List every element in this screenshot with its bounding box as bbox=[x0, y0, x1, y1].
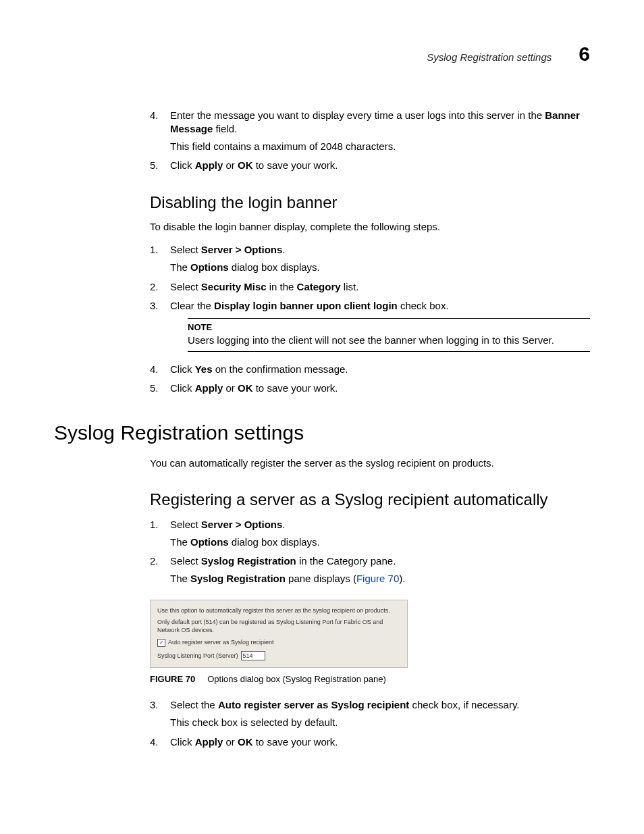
step-body: Click Apply or OK to save your work. bbox=[170, 159, 590, 172]
step-body: Click Apply or OK to save your work. bbox=[170, 735, 590, 749]
step-number: 1. bbox=[150, 243, 159, 257]
section-intro: To disable the login banner display, com… bbox=[150, 220, 590, 234]
step-sub: The Syslog Registration pane displays (F… bbox=[170, 572, 590, 585]
section-heading: Registering a server as a Syslog recipie… bbox=[150, 489, 590, 511]
running-header: Syslog Registration settings 6 bbox=[54, 41, 590, 68]
step-5: 5. Click Apply or OK to save your work. bbox=[150, 159, 590, 172]
figure-port-row: Syslog Listening Port (Server) 514 bbox=[157, 651, 400, 660]
step-4: 4. Enter the message you want to display… bbox=[150, 109, 590, 154]
note-body: Users logging into the client will not s… bbox=[188, 334, 590, 347]
figure-port-value: 514 bbox=[241, 651, 265, 660]
figure-caption: FIGURE 70 Options dialog box (Syslog Reg… bbox=[150, 673, 590, 685]
checkbox-icon: ✓ bbox=[157, 639, 165, 647]
figure-syslog-registration-pane: Use this option to automatically registe… bbox=[150, 600, 408, 668]
running-header-title: Syslog Registration settings bbox=[427, 51, 552, 64]
step-body: Enter the message you want to display ev… bbox=[170, 109, 590, 136]
continued-steps: 4. Enter the message you want to display… bbox=[150, 109, 590, 173]
syslog-step-1: 1. Select Server > Options. The Options … bbox=[150, 518, 590, 550]
figure-text-1: Use this option to automatically registe… bbox=[157, 607, 400, 615]
step-2: 2. Select Security Misc in the Category … bbox=[150, 280, 590, 294]
step-number: 4. bbox=[150, 363, 159, 376]
step-body: Select Server > Options. bbox=[170, 518, 590, 531]
section-heading: Disabling the login banner bbox=[150, 192, 590, 213]
figure-checkbox-row: ✓ Auto register server as Syslog recipie… bbox=[157, 639, 400, 647]
step-sub: This check box is selected by default. bbox=[170, 716, 590, 729]
figure-caption-text: Options dialog box (Syslog Registration … bbox=[207, 674, 385, 684]
step-number: 3. bbox=[150, 299, 159, 313]
figure-link[interactable]: Figure 70 bbox=[356, 573, 399, 584]
step-body: Select Syslog Registration in the Catego… bbox=[170, 554, 590, 568]
section-disable-login-banner: Disabling the login banner To disable th… bbox=[150, 192, 590, 396]
step-body: Select the Auto register server as Syslo… bbox=[170, 698, 590, 712]
step-number: 4. bbox=[150, 109, 159, 122]
figure-checkbox-label: Auto register server as Syslog recipient bbox=[168, 639, 274, 647]
step-sub: This field contains a maximum of 2048 ch… bbox=[170, 140, 590, 153]
syslog-step-3: 3. Select the Auto register server as Sy… bbox=[150, 698, 590, 730]
note-block: NOTE Users logging into the client will … bbox=[188, 318, 590, 352]
chapter-number: 6 bbox=[579, 41, 590, 68]
figure-text-2: Only default port (514) can be registere… bbox=[157, 619, 400, 634]
step-number: 5. bbox=[150, 382, 159, 395]
step-number: 1. bbox=[150, 518, 159, 531]
step-body: Select Security Misc in the Category lis… bbox=[170, 280, 590, 294]
chapter-heading: Syslog Registration settings bbox=[54, 419, 590, 447]
step-sub: The Options dialog box displays. bbox=[170, 536, 590, 549]
step-body: Select Server > Options. bbox=[170, 243, 590, 257]
chapter-intro: You can automatically register the serve… bbox=[150, 457, 590, 470]
syslog-content: You can automatically register the serve… bbox=[150, 457, 590, 749]
step-5b: 5. Click Apply or OK to save your work. bbox=[150, 382, 590, 395]
step-number: 2. bbox=[150, 280, 159, 294]
page: Syslog Registration settings 6 4. Enter … bbox=[0, 0, 644, 834]
step-body: Clear the Display login banner upon clie… bbox=[170, 299, 590, 313]
step-4b: 4. Click Yes on the confirmation message… bbox=[150, 363, 590, 376]
syslog-step-4: 4. Click Apply or OK to save your work. bbox=[150, 735, 590, 749]
step-1: 1. Select Server > Options. The Options … bbox=[150, 243, 590, 275]
step-3: 3. Clear the Display login banner upon c… bbox=[150, 299, 590, 313]
step-number: 2. bbox=[150, 554, 159, 568]
step-sub: The Options dialog box displays. bbox=[170, 261, 590, 274]
step-body: Click Apply or OK to save your work. bbox=[170, 382, 590, 395]
syslog-step-2: 2. Select Syslog Registration in the Cat… bbox=[150, 554, 590, 586]
step-number: 3. bbox=[150, 698, 159, 712]
figure-caption-label: FIGURE 70 bbox=[150, 674, 195, 684]
figure-port-label: Syslog Listening Port (Server) bbox=[157, 652, 238, 660]
note-title: NOTE bbox=[188, 321, 590, 334]
step-body: Click Yes on the confirmation message. bbox=[170, 363, 590, 376]
step-number: 5. bbox=[150, 159, 159, 172]
step-number: 4. bbox=[150, 735, 159, 749]
